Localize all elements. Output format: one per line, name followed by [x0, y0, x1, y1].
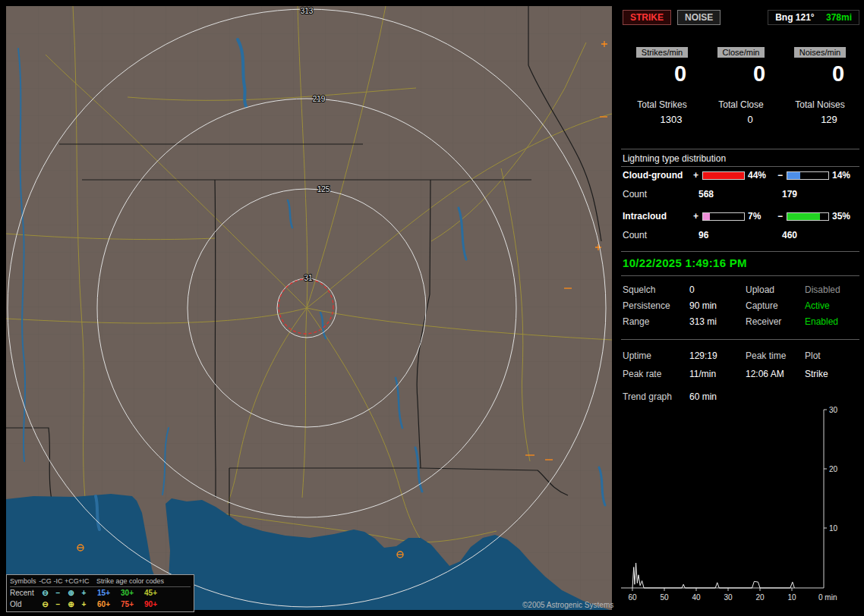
peak-rate-value: 11/min [689, 369, 746, 379]
noises-per-min-value: 0 [832, 62, 844, 86]
x-axis-ticks [632, 588, 792, 591]
trend-graph: 60 50 40 30 20 10 0 min 30 20 10 [616, 406, 864, 614]
cloud-ground-count-row: Count 568 179 [623, 189, 864, 200]
squelch-value: 0 [689, 284, 746, 295]
age-code-15: 15+ [93, 589, 114, 597]
stats-grid: Uptime 129:19 Peak time Plot Peak rate 1… [623, 350, 861, 379]
total-strikes-value: 1303 [632, 114, 711, 125]
intracloud-row: Intracloud + 7% − 35% [623, 211, 861, 222]
ic-positive-bar [702, 212, 745, 221]
ring-label-219: 219 [313, 95, 326, 103]
ring-label-31: 31 [304, 274, 313, 282]
ring-label-313: 313 [301, 7, 314, 15]
persistence-value: 90 min [689, 300, 746, 311]
divider [621, 339, 859, 340]
total-strikes: Total Strikes 1303 [623, 99, 702, 125]
app-window: 313 219 125 31 Symbols -CG -IC +CG +IC S… [0, 0, 864, 616]
rate-values-row: 0 0 0 [623, 62, 859, 86]
strike-button[interactable]: STRIKE [623, 10, 671, 25]
total-close-value: 0 [711, 114, 790, 125]
trend-graph-label: Trend graph [623, 391, 689, 402]
uptime-label: Uptime [623, 350, 689, 361]
plus-sign: + [692, 170, 699, 181]
x-tick-60: 60 [628, 593, 637, 602]
y-tick-20: 20 [829, 465, 838, 473]
x-tick-40: 40 [692, 593, 701, 602]
neg-ic-recent-icon: − [52, 589, 65, 597]
strikes-per-min-label: Strikes/min [636, 47, 688, 58]
map-canvas: 313 219 125 31 [6, 6, 612, 610]
pos-cg-recent-icon: ⊕ [65, 589, 77, 597]
age-code-60: 60+ [93, 600, 114, 608]
divider [621, 251, 859, 252]
x-tick-30: 30 [724, 593, 733, 602]
neg-cg-old-icon: ⊖ [39, 600, 52, 608]
status-grid: Squelch 0 Upload Disabled Persistence 90… [623, 284, 861, 327]
squelch-label: Squelch [623, 284, 689, 295]
plus-sign: + [692, 211, 699, 222]
y-axis-ticks [824, 410, 827, 528]
pos-cg-old-icon: ⊕ [65, 600, 77, 608]
copyright-text: ©2005 Astrogenic Systems [522, 601, 613, 609]
cg-negative-pct: 14% [832, 170, 858, 181]
legend-col-pos-cg: +CG [65, 577, 77, 585]
bearing-label: Bng 121° [775, 12, 814, 23]
legend-col-pos-ic: +IC [77, 577, 90, 585]
noise-button[interactable]: NOISE [677, 10, 721, 25]
cg-positive-pct: 44% [748, 170, 774, 181]
upload-label: Upload [746, 284, 805, 295]
legend-old-row: Old ⊖ − ⊕ + 60+ 75+ 90+ [10, 599, 191, 610]
ic-negative-bar [787, 212, 829, 221]
legend-old-label: Old [10, 600, 39, 608]
divider [621, 166, 859, 167]
total-noises-value: 129 [790, 114, 864, 125]
upload-status: Disabled [805, 284, 861, 295]
total-close: Total Close 0 [702, 99, 780, 125]
lightning-map: 313 219 125 31 [6, 6, 612, 610]
ic-negative-pct: 35% [832, 211, 858, 222]
count-label: Count [623, 230, 698, 240]
x-tick-0: 0 min [818, 593, 837, 602]
uptime-value: 129:19 [689, 350, 746, 361]
age-code-45: 45+ [140, 589, 161, 597]
age-code-75: 75+ [117, 600, 137, 608]
capture-status: Active [805, 300, 861, 311]
legend-recent-label: Recent [10, 589, 39, 597]
plot-label: Plot [805, 350, 861, 361]
capture-label: Capture [746, 300, 805, 311]
legend-age-title: Strike age color codes [96, 577, 164, 585]
count-label: Count [623, 189, 698, 200]
legend-recent-row: Recent ⊖ − ⊕ + 15+ 30+ 45+ [10, 587, 191, 599]
range-label: Range [623, 316, 689, 327]
age-code-30: 30+ [117, 589, 137, 597]
legend-col-neg-cg: -CG [39, 577, 52, 585]
neg-ic-old-icon: − [52, 600, 65, 608]
close-per-min-label: Close/min [717, 47, 765, 58]
strikes-per-min-value: 0 [674, 62, 686, 86]
peak-time-label: Peak time [746, 350, 805, 361]
x-tick-10: 10 [787, 593, 796, 602]
receiver-status: Enabled [805, 316, 861, 327]
trend-graph-row: Trend graph 60 min [623, 391, 861, 402]
plot-value: Strike [805, 369, 861, 379]
neg-cg-recent-icon: ⊖ [39, 589, 52, 597]
status-panel: STRIKE NOISE Bng 121° 378mi Strikes/min … [616, 0, 864, 616]
cg-positive-count: 568 [698, 189, 782, 200]
minus-sign: − [777, 170, 784, 181]
bearing-display: Bng 121° 378mi [768, 10, 859, 25]
ic-positive-count: 96 [698, 230, 782, 240]
total-strikes-label: Total Strikes [623, 99, 702, 110]
trend-graph-value: 60 min [689, 391, 861, 402]
divider [621, 149, 859, 149]
strike-rate-trace [632, 563, 794, 588]
datetime-display: 10/22/2025 1:49:16 PM [623, 256, 747, 269]
y-tick-30: 30 [829, 406, 838, 414]
legend-header: Symbols -CG -IC +CG +IC Strike age color… [10, 576, 191, 587]
cg-positive-bar [702, 171, 745, 180]
legend-symbols-title: Symbols [10, 577, 39, 585]
distribution-title: Lightning type distribution [623, 153, 726, 164]
total-noises-label: Total Noises [780, 99, 859, 110]
peak-time-value: 12:06 AM [746, 369, 805, 379]
ic-negative-count: 460 [782, 230, 864, 240]
totals-row: Total Strikes 1303 Total Close 0 Total N… [623, 99, 859, 125]
